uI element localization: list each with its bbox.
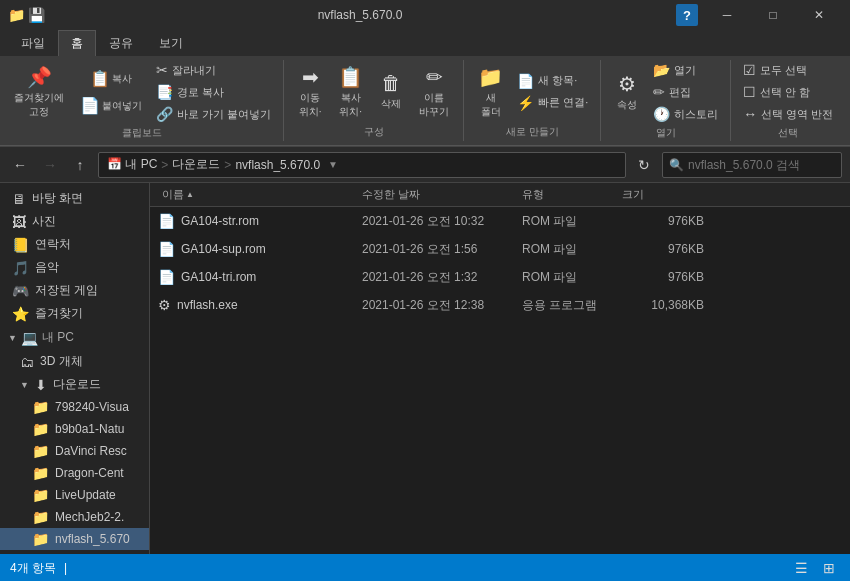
details-view-button[interactable]: ☰ [790, 557, 812, 579]
table-row[interactable]: ⚙ nvflash.exe 2021-01-26 오전 12:38 응용 프로그… [150, 291, 850, 319]
file-type-cell: ROM 파일 [518, 241, 618, 258]
breadcrumb-nvflash[interactable]: nvflash_5.670.0 [235, 158, 320, 172]
table-row[interactable]: 📄 GA104-sup.rom 2021-01-26 오전 1:56 ROM 파… [150, 235, 850, 263]
copy-path-button[interactable]: 📑 경로 복사 [152, 82, 275, 102]
file-type-cell: 응용 프로그램 [518, 297, 618, 314]
folder-icon-7: 📁 [32, 531, 49, 547]
back-button[interactable]: ← [8, 153, 32, 177]
copy-to-button[interactable]: 📋 복사위치· [332, 61, 369, 123]
pin-to-favorites-button[interactable]: 📌 즐겨찾기에고정 [8, 61, 70, 123]
table-row[interactable]: 📄 GA104-tri.rom 2021-01-26 오전 1:32 ROM 파… [150, 263, 850, 291]
file-name-text: GA104-tri.rom [181, 270, 256, 284]
properties-icon: ⚙ [618, 72, 636, 96]
ribbon-group-organize: ➡ 이동위치· 📋 복사위치· 🗑 삭제 ✏ 이름바꾸기 구성 [284, 60, 464, 141]
move-to-button[interactable]: ➡ 이동위치· [292, 61, 328, 123]
sidebar-item-desktop[interactable]: 🖥 바탕 화면 [0, 187, 149, 210]
column-header: 이름 ▲ 수정한 날짜 유형 크기 [150, 183, 850, 207]
file-name-text: GA104-str.rom [181, 214, 259, 228]
file-type-icon: 📄 [158, 269, 175, 285]
rename-button[interactable]: ✏ 이름바꾸기 [413, 61, 455, 123]
clipboard-label: 클립보드 [122, 124, 162, 142]
search-bar[interactable]: 🔍 [662, 152, 842, 178]
copy-icon: 📋 [90, 69, 110, 88]
sidebar-item-3dobjects[interactable]: 🗂 3D 개체 [0, 350, 149, 373]
sidebar-item-favorites[interactable]: ⭐ 즐겨찾기 [0, 302, 149, 325]
status-count: 4개 항목 [10, 560, 56, 577]
sidebar-item-b9b0a1[interactable]: 📁 b9b0a1-Natu [0, 418, 149, 440]
sort-icon: ▲ [186, 190, 194, 199]
paste-button[interactable]: 📄 붙여넣기 [74, 93, 148, 118]
sidebar-item-davinci[interactable]: 📁 DaVinci Resc [0, 440, 149, 462]
search-input[interactable] [688, 158, 835, 172]
sidebar-section-mypc[interactable]: ▼ 💻 내 PC [0, 325, 149, 350]
edit-button[interactable]: ✏ 편집 [649, 82, 722, 102]
tab-share[interactable]: 공유 [96, 30, 146, 56]
refresh-button[interactable]: ↻ [632, 153, 656, 177]
cut-button[interactable]: ✂ 잘라내기 [152, 60, 275, 80]
status-right: ☰ ⊞ [790, 557, 840, 579]
contacts-icon: 📒 [12, 237, 29, 253]
close-button[interactable]: ✕ [796, 0, 842, 30]
sidebar-item-photos[interactable]: 🖼 사진 [0, 210, 149, 233]
folder-icon-4: 📁 [32, 465, 49, 481]
copy-button[interactable]: 📋 복사 [74, 66, 148, 91]
clipboard-buttons: 📌 즐겨찾기에고정 📋 복사 📄 붙여넣기 ✂ [8, 60, 275, 124]
sidebar-item-music[interactable]: 🎵 음악 [0, 256, 149, 279]
file-type-icon: 📄 [158, 213, 175, 229]
tab-view[interactable]: 보기 [146, 30, 196, 56]
file-name-text: nvflash.exe [177, 298, 238, 312]
forward-button[interactable]: → [38, 153, 62, 177]
chevron-down-icon-2: ▼ [20, 380, 29, 390]
breadcrumb[interactable]: 📅 내 PC > 다운로드 > nvflash_5.670.0 ▼ [98, 152, 626, 178]
clipboard-column: 📋 복사 📄 붙여넣기 [74, 66, 148, 118]
help-button[interactable]: ? [676, 4, 698, 26]
new-item-icon: 📄 [517, 73, 534, 89]
sidebar-item-dragon[interactable]: 📁 Dragon-Cent [0, 462, 149, 484]
col-header-date[interactable]: 수정한 날짜 [358, 187, 518, 202]
history-button[interactable]: 🕐 히스토리 [649, 104, 722, 124]
sidebar-item-mechjeb[interactable]: 📁 MechJeb2-2. [0, 506, 149, 528]
sidebar-item-nvflash[interactable]: 📁 nvflash_5.670 [0, 528, 149, 550]
maximize-button[interactable]: □ [750, 0, 796, 30]
minimize-button[interactable]: ─ [704, 0, 750, 30]
sidebar-item-798240[interactable]: 📁 798240-Visua [0, 396, 149, 418]
tab-home[interactable]: 홈 [58, 30, 96, 56]
col-header-name[interactable]: 이름 ▲ [158, 187, 358, 202]
table-row[interactable]: 📄 GA104-str.rom 2021-01-26 오전 10:32 ROM … [150, 207, 850, 235]
new-item-button[interactable]: 📄 새 항목· [513, 71, 592, 91]
col-header-type[interactable]: 유형 [518, 187, 618, 202]
quick-access-button[interactable]: ⚡ 빠른 연결· [513, 93, 592, 113]
col-header-size[interactable]: 크기 [618, 187, 708, 202]
select-label: 선택 [778, 124, 798, 142]
sidebar-item-contacts[interactable]: 📒 연락처 [0, 233, 149, 256]
select-all-button[interactable]: ☑ 모두 선택 [739, 60, 837, 80]
select-none-button[interactable]: ☐ 선택 안 함 [739, 82, 837, 102]
status-bar: 4개 항목 | ☰ ⊞ [0, 554, 850, 581]
sidebar-item-downloads[interactable]: ▼ ⬇ 다운로드 [0, 373, 149, 396]
breadcrumb-dropdown-icon[interactable]: ▼ [328, 159, 338, 170]
file-type-cell: ROM 파일 [518, 269, 618, 286]
copy-path-icon: 📑 [156, 84, 173, 100]
select-none-icon: ☐ [743, 84, 756, 100]
shortcut-icon: 🔗 [156, 106, 173, 122]
file-type-icon: ⚙ [158, 297, 171, 313]
pin-icon: 📌 [27, 65, 52, 89]
window-title: nvflash_5.670.0 [50, 8, 670, 22]
paste-shortcut-button[interactable]: 🔗 바로 가기 붙여넣기 [152, 104, 275, 124]
file-name-cell: 📄 GA104-tri.rom [158, 269, 358, 285]
organize-label: 구성 [364, 123, 384, 141]
invert-selection-button[interactable]: ↔ 선택 영역 반전 [739, 104, 837, 124]
delete-button[interactable]: 🗑 삭제 [373, 68, 409, 115]
new-folder-button[interactable]: 📁 새폴더 [472, 61, 509, 123]
large-icons-view-button[interactable]: ⊞ [818, 557, 840, 579]
open-button[interactable]: 📂 열기 [649, 60, 722, 80]
sidebar-item-saved-games[interactable]: 🎮 저장된 게임 [0, 279, 149, 302]
title-bar-controls: ─ □ ✕ [704, 0, 842, 30]
sidebar-item-liveupdate[interactable]: 📁 LiveUpdate [0, 484, 149, 506]
properties-button[interactable]: ⚙ 속성 [609, 68, 645, 116]
tab-file[interactable]: 파일 [8, 30, 58, 56]
breadcrumb-pc[interactable]: 📅 내 PC [107, 156, 157, 173]
status-separator: | [64, 561, 67, 575]
up-button[interactable]: ↑ [68, 153, 92, 177]
breadcrumb-downloads[interactable]: 다운로드 [172, 156, 220, 173]
